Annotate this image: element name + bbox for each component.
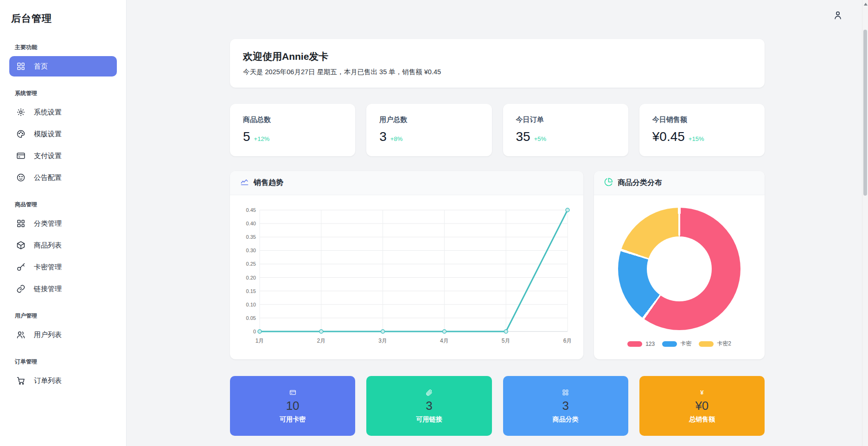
svg-text:0.30: 0.30 <box>246 248 256 253</box>
package-icon <box>16 241 26 250</box>
svg-text:0.05: 0.05 <box>246 315 256 321</box>
summary-label: 可用卡密 <box>280 415 306 424</box>
summary-card-categories: 3 商品分类 <box>503 376 628 436</box>
stat-card-sales-today: 今日销售额 ¥0.45+15% <box>639 104 765 156</box>
grid-icon <box>562 389 569 396</box>
summary-value: 3 <box>562 399 568 413</box>
summary-label: 总销售额 <box>689 415 715 424</box>
summary-card-available-links: 3 可用链接 <box>366 376 491 436</box>
sales-trend-title: 销售趋势 <box>254 178 283 188</box>
link-icon <box>16 284 26 293</box>
welcome-title: 欢迎使用Annie发卡 <box>243 50 752 63</box>
welcome-card: 欢迎使用Annie发卡 今天是 2025年06月27日 星期五，本月已售出 35… <box>230 39 765 88</box>
sidebar-item-home[interactable]: 首页 <box>9 56 117 76</box>
stat-change-badge: +15% <box>689 135 704 142</box>
summary-value: ¥0 <box>695 399 708 413</box>
sidebar-item-product-list[interactable]: 商品列表 <box>9 235 117 255</box>
svg-text:0.25: 0.25 <box>246 261 256 267</box>
sidebar-item-link-management[interactable]: 链接管理 <box>9 279 117 299</box>
svg-text:4月: 4月 <box>440 338 449 344</box>
svg-text:0.45: 0.45 <box>246 207 256 213</box>
nav-section-system: 系统管理 <box>0 89 126 97</box>
sidebar-item-label: 商品列表 <box>34 241 62 250</box>
main-area: 欢迎使用Annie发卡 今天是 2025年06月27日 星期五，本月已售出 35… <box>127 0 868 446</box>
cart-icon <box>16 376 26 385</box>
stats-row: 商品总数 5+12% 用户总数 3+8% 今日订单 35+5% 今日销售额 ¥0… <box>230 104 765 156</box>
legend-swatch <box>662 341 677 347</box>
svg-text:0.10: 0.10 <box>246 302 256 307</box>
user-icon[interactable] <box>833 10 843 22</box>
stat-value: 5 <box>243 129 250 144</box>
summary-row: 10 可用卡密 3 可用链接 3 商品分类 ¥ ¥0 总销售额 <box>230 376 765 436</box>
category-distribution-card: 商品分类分布 123 卡密 卡密2 <box>594 171 765 359</box>
pie-chart-icon <box>604 178 613 188</box>
sales-trend-chart: 00.050.100.150.200.250.300.350.400.451月2… <box>230 196 583 354</box>
gear-icon <box>16 108 26 117</box>
sidebar-item-card-key-management[interactable]: 卡密管理 <box>9 257 117 277</box>
sidebar: 后台管理 主要功能 首页 系统管理 系统设置 模版设置 支付设置 <box>0 0 127 446</box>
scrollbar-thumb[interactable] <box>863 30 867 196</box>
sidebar-item-payment-settings[interactable]: 支付设置 <box>9 146 117 166</box>
users-icon <box>16 330 26 339</box>
stat-change-badge: +5% <box>534 135 546 142</box>
svg-text:0.15: 0.15 <box>246 288 256 294</box>
nav-section-orders: 订单管理 <box>0 358 126 366</box>
svg-text:5月: 5月 <box>502 338 511 344</box>
stat-value: ¥0.45 <box>652 129 685 144</box>
scroll-up-icon[interactable] <box>864 3 868 6</box>
summary-card-total-sales: ¥ ¥0 总销售额 <box>639 376 765 436</box>
sidebar-item-label: 首页 <box>34 62 48 71</box>
sidebar-item-category-management[interactable]: 分类管理 <box>9 213 117 234</box>
nav-section-users: 用户管理 <box>0 312 126 320</box>
legend-label: 卡密 <box>680 340 691 348</box>
stat-label: 商品总数 <box>243 115 342 124</box>
app-title: 后台管理 <box>0 12 126 25</box>
palette-icon <box>16 129 26 139</box>
stat-change-badge: +8% <box>390 135 402 142</box>
welcome-subtitle: 今天是 2025年06月27日 星期五，本月已售出 35 单，销售额 ¥0.45 <box>243 68 752 76</box>
sidebar-item-system-settings[interactable]: 系统设置 <box>9 102 117 122</box>
yen-icon: ¥ <box>700 389 703 396</box>
summary-value: 3 <box>426 399 432 413</box>
donut-legend: 123 卡密 卡密2 <box>627 340 731 348</box>
grid-icon <box>16 219 26 228</box>
admin-dashboard: 后台管理 主要功能 首页 系统管理 系统设置 模版设置 支付设置 <box>0 0 868 446</box>
legend-label: 123 <box>645 341 655 347</box>
sidebar-item-order-list[interactable]: 订单列表 <box>9 370 117 391</box>
svg-text:1月: 1月 <box>255 338 264 344</box>
sidebar-item-label: 系统设置 <box>34 108 62 117</box>
sidebar-nav: 主要功能 首页 系统管理 系统设置 模版设置 支付设置 公告配置 <box>0 44 126 391</box>
sidebar-item-label: 分类管理 <box>34 219 62 228</box>
legend-swatch <box>627 341 642 347</box>
sidebar-item-label: 链接管理 <box>34 285 62 293</box>
sidebar-item-label: 支付设置 <box>34 152 62 160</box>
stat-label: 今日订单 <box>516 115 615 124</box>
grid-icon <box>16 62 26 71</box>
legend-item: 卡密 <box>662 340 691 348</box>
sidebar-item-announcement-config[interactable]: 公告配置 <box>9 167 117 188</box>
nav-section-products: 商品管理 <box>0 201 126 209</box>
charts-row: 销售趋势 00.050.100.150.200.250.300.350.400.… <box>230 171 765 359</box>
summary-card-available-keys: 10 可用卡密 <box>230 376 355 436</box>
sidebar-item-label: 订单列表 <box>34 376 62 385</box>
sales-trend-header: 销售趋势 <box>230 171 583 195</box>
stat-value: 35 <box>516 129 530 144</box>
sidebar-item-label: 公告配置 <box>34 173 62 182</box>
stat-card-orders-today: 今日订单 35+5% <box>503 104 628 156</box>
svg-text:0: 0 <box>253 329 256 334</box>
stat-label: 今日销售额 <box>652 115 752 124</box>
sidebar-item-label: 用户列表 <box>34 331 62 339</box>
category-distribution-header: 商品分类分布 <box>594 171 765 195</box>
nav-section-main: 主要功能 <box>0 44 126 51</box>
vertical-scrollbar[interactable] <box>862 0 868 446</box>
sales-trend-chart-card: 销售趋势 00.050.100.150.200.250.300.350.400.… <box>230 171 583 359</box>
sidebar-item-template-settings[interactable]: 模版设置 <box>9 124 117 144</box>
stat-card-users: 用户总数 3+8% <box>366 104 491 156</box>
credit-card-icon <box>289 389 296 396</box>
legend-label: 卡密2 <box>717 340 731 348</box>
svg-text:2月: 2月 <box>317 338 326 344</box>
summary-value: 10 <box>286 399 300 413</box>
summary-label: 商品分类 <box>553 415 579 424</box>
key-icon <box>16 262 26 272</box>
sidebar-item-user-list[interactable]: 用户列表 <box>9 325 117 345</box>
